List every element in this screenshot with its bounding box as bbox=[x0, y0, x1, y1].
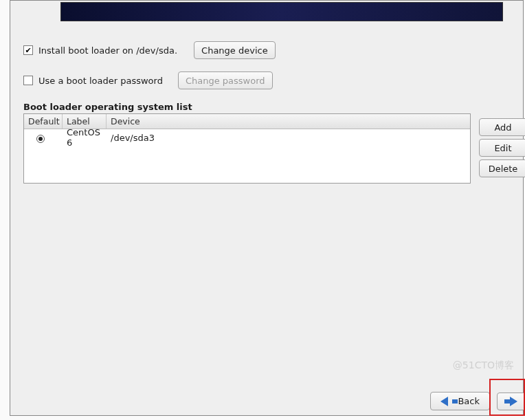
default-radio-cell[interactable] bbox=[24, 133, 63, 143]
os-list-table: Default Label Device CentOS 6 /dev/sda3 bbox=[23, 113, 471, 184]
use-password-label: Use a boot loader password bbox=[38, 76, 163, 86]
default-radio[interactable] bbox=[36, 135, 45, 143]
next-button-highlight bbox=[489, 379, 525, 416]
change-password-button: Change password bbox=[178, 71, 273, 89]
row-label: CentOS 6 bbox=[63, 127, 107, 148]
col-header-device[interactable]: Device bbox=[107, 114, 470, 129]
add-button[interactable]: Add bbox=[479, 118, 525, 136]
watermark-text: @51CTO博客 bbox=[453, 360, 514, 372]
table-row[interactable]: CentOS 6 /dev/sda3 bbox=[24, 129, 470, 146]
os-list-title: Boot loader operating system list bbox=[23, 102, 525, 112]
edit-button[interactable]: Edit bbox=[479, 139, 525, 157]
change-device-button[interactable]: Change device bbox=[194, 41, 276, 59]
row-device: /dev/sda3 bbox=[107, 133, 470, 143]
content-area: ✔ Install boot loader on /dev/sda. Chang… bbox=[23, 41, 525, 379]
use-password-row: Use a boot loader password Change passwo… bbox=[23, 71, 525, 89]
col-header-default[interactable]: Default bbox=[24, 114, 63, 129]
col-header-label[interactable]: Label bbox=[63, 114, 107, 129]
install-bootloader-row: ✔ Install boot loader on /dev/sda. Chang… bbox=[23, 41, 525, 59]
back-button[interactable]: Back bbox=[430, 392, 490, 410]
install-bootloader-label: Install boot loader on /dev/sda. bbox=[38, 45, 177, 56]
delete-button[interactable]: Delete bbox=[479, 159, 525, 177]
install-bootloader-checkbox[interactable]: ✔ bbox=[23, 45, 33, 55]
back-label: Back bbox=[458, 396, 480, 406]
side-buttons: Add Edit Delete bbox=[479, 118, 525, 177]
header-banner bbox=[60, 2, 503, 21]
arrow-left-icon bbox=[440, 397, 458, 406]
use-password-checkbox[interactable] bbox=[23, 76, 33, 85]
